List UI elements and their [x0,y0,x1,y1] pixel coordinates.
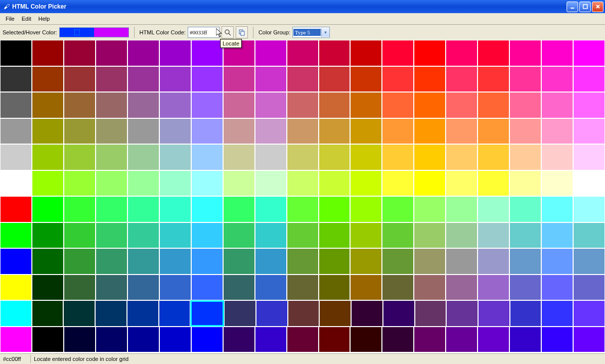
color-cell[interactable] [382,248,414,275]
color-cell[interactable] [478,275,509,301]
color-cell[interactable] [63,300,95,327]
color-cell[interactable] [382,66,414,93]
color-cell[interactable] [255,40,287,66]
color-cell[interactable] [32,66,64,93]
color-cell[interactable] [32,222,64,249]
color-cell[interactable] [541,40,573,66]
color-cell[interactable] [159,196,191,222]
color-cell[interactable] [191,66,223,93]
color-cell[interactable] [414,196,446,222]
color-cell[interactable] [159,40,191,66]
color-cell[interactable] [573,222,605,249]
html-code-input[interactable] [188,27,220,38]
color-cell[interactable] [509,275,541,301]
color-cell[interactable] [319,248,351,275]
color-cell[interactable] [287,92,319,118]
color-cell[interactable] [159,118,191,145]
color-cell[interactable] [255,144,287,170]
color-cell[interactable] [383,300,415,327]
color-cell[interactable] [159,170,191,197]
color-cell[interactable] [478,300,510,327]
color-cell[interactable] [319,40,351,66]
color-cell[interactable] [64,170,96,197]
color-cell[interactable] [446,275,478,301]
color-cell[interactable] [478,248,509,275]
color-cell[interactable] [96,92,127,118]
color-cell[interactable] [319,170,351,197]
color-cell[interactable] [127,118,159,145]
color-cell[interactable] [541,275,573,301]
color-cell[interactable] [350,275,382,301]
color-group-select[interactable]: Type 5 ▼ [292,27,330,38]
color-cell[interactable] [414,66,446,93]
color-cell[interactable] [541,300,573,327]
color-cell[interactable] [446,118,478,145]
color-cell[interactable] [319,275,351,301]
color-cell[interactable] [96,196,127,222]
color-cell[interactable] [127,92,159,118]
color-cell[interactable] [382,327,414,353]
color-cell[interactable] [223,196,255,222]
color-cell[interactable] [415,300,447,327]
color-cell[interactable] [446,222,478,249]
menu-help[interactable]: Help [35,14,54,23]
color-cell[interactable] [191,327,223,353]
color-cell[interactable] [573,118,605,145]
color-cell[interactable] [0,222,32,249]
color-cell[interactable] [573,327,605,353]
color-cell[interactable] [191,118,223,145]
color-cell[interactable] [287,222,319,249]
color-cell[interactable] [32,275,64,301]
color-cell[interactable] [159,327,191,353]
color-cell[interactable] [32,248,64,275]
color-cell[interactable] [287,327,319,353]
color-cell[interactable] [478,40,509,66]
color-cell[interactable] [414,144,446,170]
color-cell[interactable] [255,170,287,197]
color-cell[interactable] [509,40,541,66]
copy-button[interactable] [236,26,248,38]
color-cell[interactable] [64,196,96,222]
color-cell[interactable] [319,92,351,118]
color-cell[interactable] [191,170,223,197]
color-cell[interactable] [382,196,414,222]
color-cell[interactable] [32,118,64,145]
color-cell[interactable] [319,144,351,170]
color-cell[interactable] [446,248,478,275]
color-cell[interactable] [0,40,32,66]
color-cell[interactable] [0,196,32,222]
color-cell[interactable] [255,327,287,353]
color-cell[interactable] [96,222,127,249]
color-cell[interactable] [223,144,255,170]
color-cell[interactable] [64,327,96,353]
color-cell[interactable] [446,144,478,170]
color-cell[interactable] [287,196,319,222]
color-cell[interactable] [127,66,159,93]
close-button[interactable] [592,2,603,12]
color-cell[interactable] [96,275,127,301]
color-cell[interactable] [223,66,255,93]
color-cell[interactable] [191,248,223,275]
color-cell[interactable] [95,300,127,327]
minimize-button[interactable] [567,2,578,12]
color-cell[interactable] [509,196,541,222]
color-cell[interactable] [96,170,127,197]
color-cell[interactable] [127,196,159,222]
color-cell[interactable] [64,248,96,275]
color-cell[interactable] [541,144,573,170]
color-cell[interactable] [287,40,319,66]
color-cell[interactable] [509,144,541,170]
color-cell[interactable] [414,275,446,301]
color-cell[interactable] [159,248,191,275]
color-cell[interactable] [0,118,32,145]
color-cell[interactable] [446,300,478,327]
color-cell[interactable] [64,144,96,170]
color-cell[interactable] [350,144,382,170]
color-cell[interactable] [287,66,319,93]
color-cell[interactable] [478,327,509,353]
color-cell[interactable] [446,66,478,93]
menu-file[interactable]: File [2,14,18,23]
color-cell[interactable] [32,300,64,327]
color-cell[interactable] [32,144,64,170]
color-cell[interactable] [191,40,223,66]
